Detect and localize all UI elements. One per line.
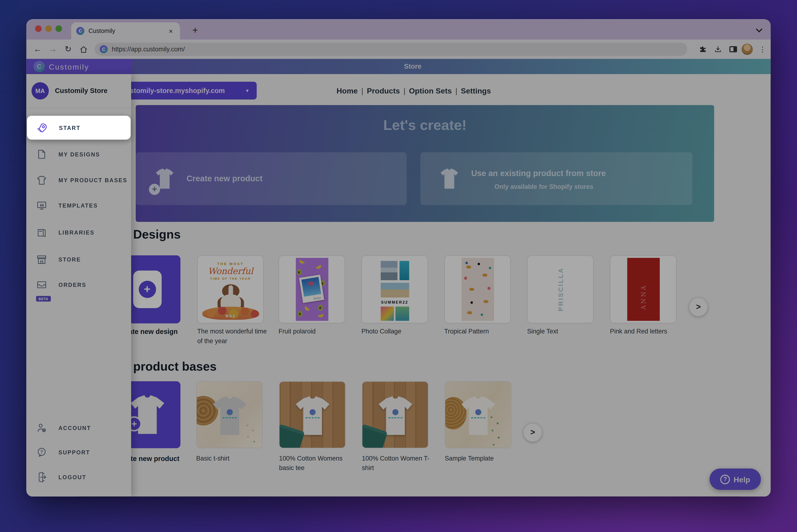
sidebar-item-orders[interactable]: ORDERS <box>26 274 131 295</box>
profile-avatar[interactable] <box>741 43 754 55</box>
browser-window: C Customily × + ← → ↻ C https://app.cust… <box>26 19 771 496</box>
store-nav: Home|Products|Option Sets|Settings <box>57 87 771 95</box>
sidebar-item-label: ORDERS <box>58 282 87 288</box>
design-card[interactable]: SUMMER22 <box>361 255 428 323</box>
product-base-name: Sample Template <box>445 454 520 464</box>
print-area-logo <box>226 409 233 415</box>
customily-logo-icon: C <box>34 61 45 72</box>
tab-search-chevron-icon[interactable] <box>756 26 762 33</box>
forward-button: → <box>47 43 59 55</box>
product-photo <box>197 382 262 448</box>
sidebar-item-templates[interactable]: TEMPLATES <box>26 195 131 216</box>
product-base-card[interactable] <box>362 381 428 448</box>
design-card[interactable]: Pelio <box>279 255 345 323</box>
nav-products[interactable]: Products <box>367 87 400 95</box>
sidebar-item-my-designs[interactable]: MY DESIGNS <box>26 144 131 165</box>
reload-button[interactable]: ↻ <box>62 43 74 55</box>
downloads-icon[interactable] <box>711 43 724 55</box>
tab-close-icon[interactable]: × <box>167 27 175 35</box>
design-art-text: TIME OF THE YEAR <box>198 277 263 280</box>
product-base-card[interactable] <box>196 381 263 448</box>
sidebar-item-libraries[interactable]: LIBRARIES <box>26 223 131 243</box>
print-area-logo <box>475 409 481 415</box>
window-minimize-button[interactable] <box>45 25 52 32</box>
side-panel-icon[interactable] <box>727 43 739 55</box>
plus-icon: + <box>138 281 156 298</box>
design-card[interactable]: ANNA <box>610 255 677 323</box>
sidebar-item-account[interactable]: ACCOUNT <box>26 418 131 438</box>
print-area-logo <box>309 409 316 415</box>
banner-card-label: Create new product <box>187 174 262 184</box>
design-name: Fruit polaroid <box>279 327 354 337</box>
file-icon <box>36 148 48 160</box>
nav-home[interactable]: Home <box>337 87 358 95</box>
account-gear-icon <box>36 422 48 434</box>
banner-title: Let's create! <box>136 117 714 134</box>
logout-door-icon <box>36 471 48 483</box>
design-art-text: ANNA <box>640 284 647 310</box>
sidebar-item-support[interactable]: ? SUPPORT <box>26 442 131 462</box>
design-card[interactable] <box>444 255 511 323</box>
browser-tab[interactable]: C Customily × <box>71 22 180 39</box>
nav-separator: | <box>403 87 405 95</box>
address-bar[interactable]: C https://app.customily.com/ <box>95 43 687 56</box>
design-art-text: Pelio <box>302 296 321 302</box>
design-card[interactable]: THE MOST Wonderful TIME OF THE YEAR MAX <box>197 255 264 323</box>
product-base-name: Basic t-shirt <box>196 454 271 464</box>
sidebar-item-label: STORE <box>58 256 81 263</box>
sidebar-item-label: LIBRARIES <box>58 230 94 236</box>
sidebar-item-label: MY DESIGNS <box>58 151 100 157</box>
question-bubble-icon: ? <box>36 446 48 458</box>
inbox-icon <box>36 279 48 291</box>
sidebar-item-label: START <box>59 125 80 131</box>
design-name: Photo Collage <box>361 327 437 337</box>
banner-card-sublabel: Only available for Shopify stores <box>471 183 616 190</box>
extensions-icon[interactable] <box>697 43 709 55</box>
sidebar-item-label: LOGOUT <box>58 474 87 480</box>
brand-wordmark: Customily <box>49 62 89 71</box>
sidebar-item-logout[interactable]: LOGOUT <box>26 467 131 487</box>
design-name: The most wonderful time of the year <box>197 327 271 346</box>
window-close-button[interactable] <box>35 25 42 32</box>
product-photo <box>445 382 511 448</box>
site-favicon-icon: C <box>100 45 108 53</box>
polaroid-photo: Pelio <box>299 275 324 303</box>
desktop-background: C Customily × + ← → ↻ C https://app.cust… <box>0 0 797 532</box>
use-existing-product-card[interactable]: Use an existing product from store Only … <box>420 152 692 205</box>
sidebar-item-label: ACCOUNT <box>58 425 91 431</box>
design-name: Single Text <box>527 327 602 337</box>
design-card[interactable]: PRISCILLA <box>527 255 593 323</box>
design-art-text: Wonderful <box>198 266 263 276</box>
product-bases-next-arrow-button[interactable]: > <box>524 423 542 442</box>
store-avatar: MA <box>32 82 49 99</box>
help-button[interactable]: ? Help <box>710 469 761 490</box>
window-zoom-button[interactable] <box>55 25 62 32</box>
design-art-text: THE MOST <box>198 262 263 266</box>
tshirt-icon <box>36 174 48 186</box>
browser-menu-icon[interactable]: ⋮ <box>756 43 768 55</box>
sidebar-item-start[interactable]: START <box>27 116 131 140</box>
back-button[interactable]: ← <box>32 43 44 55</box>
nav-settings[interactable]: Settings <box>461 87 491 95</box>
nav-option-sets[interactable]: Option Sets <box>409 87 452 95</box>
new-tab-button[interactable]: + <box>188 23 202 38</box>
sidebar-item-label: TEMPLATES <box>58 203 98 209</box>
design-art-text: MAX <box>198 314 263 318</box>
product-base-card[interactable] <box>279 381 345 448</box>
app-sidebar: MA Customily Store START MY DESIGNS MY <box>26 74 131 496</box>
help-label: Help <box>734 475 750 483</box>
new-design-icon: + <box>133 270 162 308</box>
sidebar-item-label: SUPPORT <box>58 449 90 455</box>
sidebar-item-my-product-bases[interactable]: MY PRODUCT BASES <box>26 170 131 190</box>
designs-next-arrow-button[interactable]: > <box>689 298 707 316</box>
libraries-icon <box>36 227 48 239</box>
monitor-icon <box>36 200 48 212</box>
sidebar-item-store[interactable]: STORE <box>26 249 131 269</box>
create-new-product-card[interactable]: + Create new product <box>136 152 407 205</box>
product-base-card[interactable] <box>445 381 511 448</box>
home-button[interactable] <box>77 43 90 55</box>
app-header: Store C Customily <box>26 59 771 74</box>
help-question-icon: ? <box>720 475 730 484</box>
design-art-text: SUMMER22 <box>378 300 411 305</box>
product-base-name: 100% Cotton Womens basic tee <box>279 454 350 474</box>
